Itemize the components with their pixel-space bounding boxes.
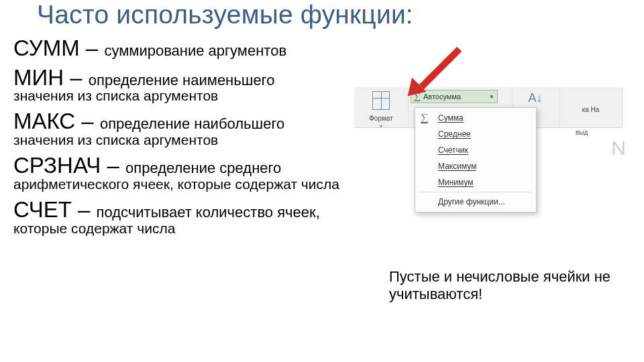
def-avg-cont: арифметического ячеек, которые содержат …: [13, 176, 362, 192]
menu-item-max[interactable]: Максимум: [415, 158, 536, 174]
column-letter-n: N: [611, 137, 626, 160]
fn-name-sum: СУММ: [13, 36, 80, 60]
def-count: СЧЕТ – подсчитывает количество ячеек,: [13, 198, 362, 222]
format-icon: [372, 91, 390, 110]
menu-item-count[interactable]: Счетчик: [415, 142, 536, 158]
fn-name-count: СЧЕТ: [13, 197, 72, 222]
definitions-block: СУММ – суммирование аргументов МИН – опр…: [13, 36, 362, 237]
sort-icon: А↓: [512, 91, 559, 105]
ribbon-format-label: Формат: [369, 115, 393, 122]
slide-title: Часто используемые функции:: [37, 0, 413, 29]
autosum-dropdown-menu: ∑ Сумма Среднее Счетчик Максимум Минимум…: [415, 107, 537, 213]
fn-name-min: МИН: [13, 65, 64, 90]
chevron-down-icon[interactable]: ▼: [489, 94, 494, 100]
def-sum: СУММ – суммирование аргументов: [13, 36, 362, 60]
menu-item-sum[interactable]: ∑ Сумма: [415, 110, 536, 126]
def-min-cont: значения из списка аргументов: [13, 88, 362, 104]
sigma-icon: ∑: [421, 113, 428, 123]
menu-separator: [419, 192, 532, 192]
ribbon-edge-group: ка На: [559, 87, 623, 127]
def-avg: СРЗНАЧ – определение среднего: [13, 154, 362, 178]
def-max-cont: значения из списка аргументов: [13, 132, 362, 148]
excel-screenshot: Формат ▾ ∑ Автосумма ▼ А↓ ка На выд ∑ С: [354, 87, 623, 235]
autosum-label: Автосумма: [423, 93, 461, 101]
def-max: МАКС – определение наибольшего: [13, 109, 362, 133]
menu-item-min[interactable]: Минимум: [415, 174, 536, 190]
fn-name-avg: СРЗНАЧ: [13, 153, 101, 178]
note-text: Пустые и нечисловые ячейки не учитываютс…: [389, 268, 617, 304]
menu-item-more[interactable]: Другие функции...: [415, 194, 536, 210]
menu-item-avg[interactable]: Среднее: [415, 126, 536, 142]
ribbon-cut-label: выд: [576, 129, 588, 136]
fn-name-max: МАКС: [13, 109, 75, 133]
ribbon-format-group[interactable]: Формат ▾: [354, 87, 409, 127]
def-count-cont: которые содержат числа: [13, 221, 362, 237]
def-min: МИН – определение наименьшего: [13, 66, 362, 90]
